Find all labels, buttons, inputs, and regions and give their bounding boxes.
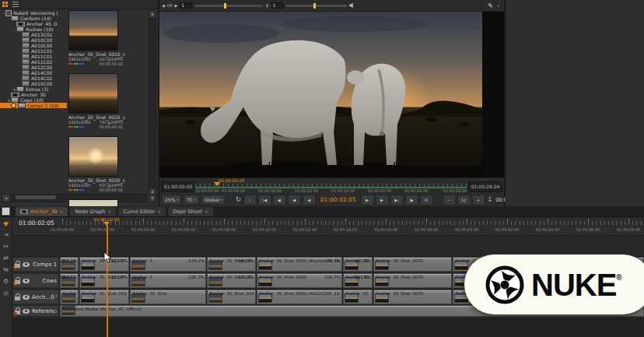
tree-item-comps-1-10[interactable]: Comps 1 (10) xyxy=(0,103,67,108)
move-tool[interactable]: ⇥ xyxy=(2,230,11,239)
gain-step-up-icon[interactable]: ▶ xyxy=(175,3,178,8)
panes-icon[interactable] xyxy=(2,207,10,216)
gain-input[interactable] xyxy=(180,2,192,9)
bin-thumbnail[interactable]: Anchor_30_Shot_0030_c1920x108052f @24FPS… xyxy=(68,136,149,192)
timeline-clip[interactable]: Anchor_30_Shot_00140.7% xyxy=(207,257,256,272)
multi-tool[interactable]: ▶ xyxy=(0,217,12,230)
scroll-down-icon[interactable]: ▼ xyxy=(149,195,156,202)
export-icon[interactable]: ↧ xyxy=(488,196,493,203)
tree-item-a010c00[interactable]: A010C00 xyxy=(0,43,67,48)
visibility-icon[interactable] xyxy=(23,279,30,283)
scroll-up-icon[interactable]: ▲ xyxy=(149,11,156,17)
loop-playback-icon[interactable]: ↻ xyxy=(236,195,241,205)
viewer-timeline[interactable]: 01:00:00:00 01:00:02:05 01:00:00:0001:00… xyxy=(159,177,504,194)
tree-item-a014c02[interactable]: A014C02 xyxy=(0,75,67,81)
transport-button-[interactable]: ▶ xyxy=(361,195,374,205)
frame-increment-plus-button[interactable]: + xyxy=(472,195,485,205)
tree-item-a013c02[interactable]: A013C02 xyxy=(0,32,67,37)
frame-increment-minus-button[interactable]: − xyxy=(443,195,456,205)
bin-thumbnail[interactable]: Anchor_30_Shot_0010_c1920x108041f @24FPS… xyxy=(68,10,149,66)
viewer-ruler[interactable]: 01:00:02:05 01:00:00:0001:00:04:0001:00:… xyxy=(195,178,467,194)
transport-button-[interactable]: ▶ xyxy=(376,195,389,205)
timeline-clip[interactable]: An654.5% xyxy=(60,273,79,288)
transport-button-[interactable]: |◀ xyxy=(258,195,271,205)
track-header-comps-1[interactable]: Comps 1 xyxy=(12,257,59,272)
transport-button-[interactable]: ▶| xyxy=(390,195,404,205)
retime-tool[interactable]: ⚙ xyxy=(2,277,11,286)
timeline-clip[interactable]: Anchor_30_Shot_00121.7% xyxy=(79,273,129,288)
timeline-clip[interactable]: Anchor_30_Shot_0050100.7% xyxy=(257,273,342,288)
timeline-clip[interactable]: Anchor_30_Shot_0060 xyxy=(343,290,373,304)
timeline-clip[interactable]: Anchor_30_Shot_0070 xyxy=(373,257,452,272)
timeline-clip[interactable]: Anchor_30_Shot_0050 (A012C006_120824_R3B… xyxy=(257,290,342,304)
transport-button-[interactable]: ◀ xyxy=(288,195,301,205)
tab-node-graph[interactable]: Node Graph× xyxy=(70,207,116,216)
timeline-clip[interactable]: Anchor_30_Shot_0040 xyxy=(207,290,256,304)
range-mode-select[interactable]: Global ▾ xyxy=(201,195,226,205)
tree-item-anchor-30[interactable]: Anchor_30 xyxy=(0,92,67,97)
visibility-icon[interactable] xyxy=(23,309,30,314)
gain-slider-handle[interactable] xyxy=(224,3,226,9)
scroll-up-icon[interactable]: ▲ xyxy=(149,188,156,195)
transport-button-i[interactable]: I xyxy=(243,195,257,205)
lock-icon[interactable] xyxy=(15,307,20,314)
annotation-pencil-icon[interactable]: ✎ xyxy=(488,2,493,9)
viewer-menu-icon[interactable]: ▾ xyxy=(498,4,499,8)
timeline-clip[interactable]: Anchor_3134.2% xyxy=(130,257,206,272)
timecode-mode-select[interactable]: TC ▾ xyxy=(184,195,199,205)
list-view-icon[interactable] xyxy=(12,2,19,7)
close-icon[interactable]: × xyxy=(59,209,63,214)
track-header-reference[interactable]: Reference xyxy=(12,305,59,317)
tree-item-a011c01[interactable]: A011C01 xyxy=(0,54,67,59)
visibility-icon[interactable] xyxy=(23,262,30,267)
tree-item-a012c00[interactable]: A012C00 xyxy=(0,65,67,70)
lock-icon[interactable] xyxy=(15,261,20,268)
tree-item-cows-10[interactable]: +Cows (10) xyxy=(0,97,67,103)
gain-slider[interactable] xyxy=(194,5,263,7)
timeline-clip[interactable]: Anchor_3226.3% xyxy=(130,273,206,288)
tree-item-rushes-10[interactable]: -Rushes (10) xyxy=(0,26,67,32)
gamma-input[interactable] xyxy=(271,2,284,9)
tree-item-a010c00[interactable]: A010C00 xyxy=(0,37,67,43)
gamma-slider-handle[interactable] xyxy=(313,3,316,9)
thumbs-vertical-scrollbar[interactable]: ▲ ▲ ▼ xyxy=(149,10,156,202)
speaker-icon[interactable] xyxy=(349,2,355,9)
tree-item-extras-3[interactable]: +Extras (3) xyxy=(0,86,67,92)
playhead-line[interactable] xyxy=(107,225,108,337)
track-header-cows[interactable]: Cows xyxy=(12,273,59,288)
visibility-icon[interactable] xyxy=(23,295,30,300)
tree-item-nuke9-versioning[interactable]: -Nuke9_Versioning ( xyxy=(0,10,67,16)
roll-tool[interactable]: ⇆ xyxy=(2,265,11,274)
transport-button-[interactable]: |▶ xyxy=(405,195,418,205)
close-icon[interactable]: × xyxy=(205,209,208,214)
tree-item-a011c01[interactable]: A011C01 xyxy=(0,48,67,54)
bin-thumbnail[interactable] xyxy=(68,199,149,206)
timeline-clip[interactable]: Anchor_30_Shot_0101.8% xyxy=(343,257,373,272)
viewer-canvas[interactable] xyxy=(159,12,504,177)
timeline-clip[interactable]: Anchor_3 xyxy=(60,290,79,304)
transport-button-o[interactable]: O xyxy=(420,195,433,205)
tree-item-a015c00[interactable]: A015C00 xyxy=(0,81,67,86)
track-header-anch-0-v1[interactable]: Anch...0 V1 xyxy=(12,290,59,304)
lock-icon[interactable] xyxy=(15,293,20,300)
timeline-clip[interactable]: Anchor_30_Shot_00171.2% xyxy=(207,273,256,288)
timeline-clip[interactable]: Anchor_30_Shot_ xyxy=(130,290,206,304)
tab-curve-editor[interactable]: Curve Editor× xyxy=(118,207,166,216)
timeline-clip[interactable]: Anchor_30_Shot_0101.8% xyxy=(343,273,373,288)
timeline-clip[interactable]: Anchor_30_Shot_0070 xyxy=(373,290,452,304)
timeline-clip[interactable]: A209.1% xyxy=(60,257,79,272)
scroll-left-icon[interactable]: ◀ xyxy=(2,195,9,202)
scroll-thumb[interactable] xyxy=(16,195,56,199)
tree-item-conform-14[interactable]: -Conform (14) xyxy=(0,16,67,21)
grid-view-icon[interactable] xyxy=(2,2,8,7)
timeline-clip[interactable]: Anchor_30_Shot_0070 xyxy=(373,273,452,288)
timeline-clip[interactable]: Anchor_30_Shot_0050 (Anchor_30_Shot_0050… xyxy=(257,257,342,272)
viewer-zoom-select[interactable]: 25% ▾ xyxy=(162,195,181,205)
tab-anchor-30[interactable]: Anchor_30× xyxy=(16,207,68,216)
close-icon[interactable]: × xyxy=(107,209,111,214)
transport-button-[interactable]: ◀ xyxy=(303,195,316,205)
timeline-clip[interactable]: Anchor_30_Shot_0020 xyxy=(79,290,129,304)
transport-button-[interactable]: ◀| xyxy=(273,195,286,205)
slide-tool[interactable]: ⇄ xyxy=(2,254,11,262)
tree-item-anchor-45-o[interactable]: Anchor_45_O xyxy=(0,21,67,26)
